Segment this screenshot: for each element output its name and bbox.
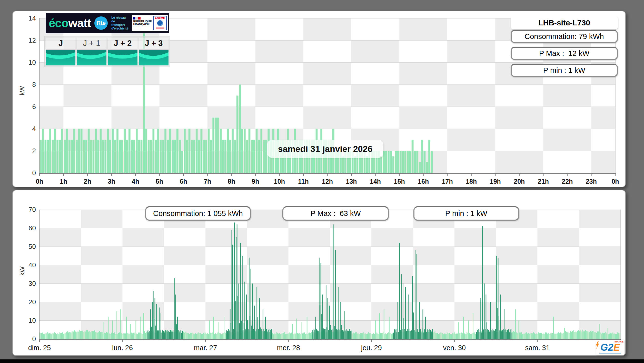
svg-text:7h: 7h	[204, 178, 211, 185]
g2e-logo: G2 E FRANCE	[596, 340, 625, 355]
tab-j-plus-3[interactable]: J + 3	[139, 38, 169, 65]
svg-text:13h: 13h	[346, 178, 357, 185]
svg-text:10: 10	[28, 317, 36, 324]
globe-icon	[157, 20, 163, 26]
ecowatt-logo: écowatt	[49, 17, 91, 29]
svg-text:14: 14	[28, 14, 36, 22]
svg-text:jeu. 29: jeu. 29	[361, 344, 382, 352]
svg-text:12h: 12h	[322, 178, 333, 185]
site-name-badge: LHB-site-L730	[511, 16, 618, 29]
ecowatt-signal-j-icon	[46, 49, 75, 65]
tab-j[interactable]: J	[46, 38, 75, 65]
weekly-pmax-stat: P Max : 63 kW	[282, 206, 389, 221]
svg-text:70: 70	[28, 206, 36, 213]
svg-text:3h: 3h	[108, 178, 115, 185]
svg-text:11h: 11h	[298, 178, 309, 185]
svg-text:8: 8	[32, 81, 36, 88]
weekly-consumption-stat: Consommation: 1 055 kWh	[145, 206, 251, 221]
svg-text:50: 50	[28, 243, 36, 250]
svg-text:16h: 16h	[418, 178, 429, 185]
forecast-day-tabs: J J + 1 J + 2 J + 3	[44, 36, 170, 67]
daily-pmax-stat: P Max : 12 kW	[511, 47, 618, 60]
bottom-y-axis-unit-label: kW	[18, 263, 26, 279]
bottom-black-strip	[0, 359, 644, 363]
ecowatt-banner: écowatt Rte Le réseau de transport d'éle…	[46, 13, 169, 33]
svg-text:10h: 10h	[274, 178, 285, 185]
tab-j-plus-2[interactable]: J + 2	[108, 38, 137, 65]
svg-text:6: 6	[32, 103, 36, 111]
ecowatt-signal-j3-icon	[139, 49, 169, 65]
svg-text:mer. 28: mer. 28	[277, 344, 300, 352]
svg-text:12: 12	[28, 36, 36, 44]
svg-text:19h: 19h	[490, 178, 501, 185]
svg-text:1h: 1h	[60, 178, 67, 185]
energy-dashboard: 0h1h2h3h4h5h6h7h8h9h10h11h12h13h14h15h16…	[0, 0, 644, 363]
svg-text:8h: 8h	[228, 178, 235, 185]
svg-text:0: 0	[32, 169, 36, 177]
ecowatt-signal-j1-icon	[77, 49, 106, 65]
lightning-bolt-icon	[595, 340, 599, 350]
top-y-axis-unit-label: kW	[18, 83, 26, 99]
daily-consumption-stat: Consommation: 79 kWh	[511, 30, 618, 43]
svg-text:2h: 2h	[84, 178, 91, 185]
svg-text:0: 0	[32, 335, 36, 343]
tab-j-plus-1[interactable]: J + 1	[77, 38, 106, 65]
svg-text:30: 30	[28, 280, 36, 287]
svg-text:lun. 26: lun. 26	[112, 344, 133, 352]
svg-text:2: 2	[32, 147, 36, 155]
svg-text:20: 20	[28, 298, 36, 306]
motto-lines	[133, 26, 152, 29]
government-logos: RÉPUBLIQUE FRANÇAISE ADEME	[132, 15, 168, 31]
svg-text:18h: 18h	[466, 178, 477, 185]
svg-text:23h: 23h	[586, 178, 597, 185]
svg-text:9h: 9h	[252, 178, 259, 185]
date-overlay-label: samedi 31 janvier 2026	[267, 140, 383, 158]
svg-text:0h: 0h	[611, 178, 619, 185]
svg-text:15h: 15h	[394, 178, 405, 185]
svg-text:60: 60	[28, 224, 36, 232]
daily-chart-panel: 0h1h2h3h4h5h6h7h8h9h10h11h12h13h14h15h16…	[12, 11, 626, 187]
rte-tagline: Le réseau de transport d'électricité	[111, 16, 128, 30]
svg-text:6h: 6h	[180, 178, 187, 185]
svg-text:40: 40	[28, 261, 36, 269]
svg-text:5h: 5h	[156, 178, 163, 185]
svg-text:14h: 14h	[370, 178, 381, 185]
svg-text:10: 10	[28, 58, 36, 66]
svg-text:mar. 27: mar. 27	[194, 344, 217, 352]
weekly-chart-panel: dim. 25lun. 26mar. 27mer. 28jeu. 29ven. …	[12, 190, 626, 356]
svg-text:4: 4	[32, 125, 36, 133]
svg-text:4h: 4h	[132, 178, 139, 185]
ademe-logo: ADEME	[153, 16, 167, 30]
svg-text:20h: 20h	[514, 178, 525, 185]
svg-text:22h: 22h	[562, 178, 573, 185]
weekly-pmin-stat: P min : 1 kW	[413, 206, 519, 221]
g2e-tagline-line	[599, 353, 621, 354]
svg-text:dim. 25: dim. 25	[28, 344, 51, 352]
svg-text:21h: 21h	[538, 178, 549, 185]
rte-logo: Rte	[94, 16, 108, 30]
svg-text:0h: 0h	[36, 178, 43, 185]
svg-text:sam. 31: sam. 31	[525, 344, 550, 352]
svg-text:ven. 30: ven. 30	[443, 344, 466, 352]
daily-pmin-stat: P min : 1 kW	[511, 64, 618, 77]
republique-francaise-logo: RÉPUBLIQUE FRANÇAISE	[133, 17, 152, 29]
svg-text:17h: 17h	[442, 178, 453, 185]
french-flag-icon	[133, 17, 152, 19]
ecowatt-signal-j2-icon	[108, 49, 137, 65]
